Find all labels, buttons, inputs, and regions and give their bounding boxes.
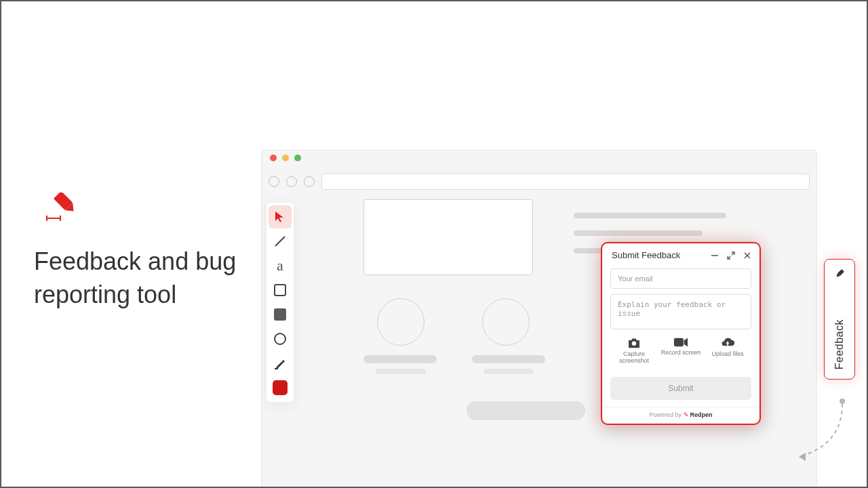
traffic-green-icon (294, 155, 301, 161)
redpen-icon: ✎ (684, 411, 689, 418)
page-title: Feedback and bug reporting tool (34, 245, 251, 311)
color-swatch-icon[interactable] (269, 376, 292, 399)
wireframe-circle (377, 298, 425, 346)
line-icon[interactable] (269, 230, 292, 253)
nav-back-icon (269, 176, 279, 187)
traffic-red-icon (270, 155, 277, 161)
svg-line-6 (275, 237, 285, 246)
svg-marker-5 (275, 211, 283, 222)
record-screen-button[interactable]: Record screen (660, 338, 702, 365)
browser-mock: a Submit Feedba (261, 150, 817, 488)
wireframe-subcaption (376, 369, 426, 374)
wireframe-caption (472, 355, 545, 363)
window-traffic-lights (262, 150, 816, 165)
browser-chrome (262, 165, 816, 198)
capture-screenshot-button[interactable]: Capture screenshot (613, 338, 655, 365)
camera-icon (627, 338, 641, 348)
footer-brand: Redpen (690, 411, 713, 418)
annotation-toolbar: a (266, 202, 294, 403)
wireframe-button-placeholder (467, 401, 585, 420)
wireframe-line (574, 213, 726, 218)
video-icon (673, 338, 688, 347)
wireframe-line (574, 230, 703, 236)
svg-marker-15 (684, 338, 688, 346)
rectangle-fill-icon[interactable] (269, 303, 292, 326)
close-icon[interactable] (743, 251, 751, 260)
minimize-icon[interactable] (711, 251, 719, 260)
feedback-textarea[interactable] (610, 294, 751, 329)
action-label: Upload files (711, 350, 743, 357)
nav-refresh-icon (304, 176, 315, 187)
feedback-widget: Submit Feedback (601, 242, 761, 425)
widget-title: Submit Feedback (612, 250, 711, 260)
text-icon[interactable]: a (269, 254, 292, 277)
cloud-upload-icon (720, 338, 735, 348)
brand-logo (45, 192, 77, 221)
action-label: Record screen (661, 349, 701, 356)
footer-prefix: Powered by (649, 411, 683, 418)
action-label: Capture screenshot (613, 350, 655, 365)
nav-forward-icon (286, 176, 297, 187)
upload-files-button[interactable]: Upload files (707, 338, 749, 365)
address-bar (321, 174, 810, 190)
wireframe-subcaption (484, 369, 534, 374)
circle-outline-icon[interactable] (269, 327, 292, 350)
widget-header: Submit Feedback (602, 243, 760, 264)
expand-icon[interactable] (727, 251, 735, 260)
svg-point-19 (840, 399, 845, 404)
cursor-icon[interactable] (269, 205, 292, 228)
feedback-tab[interactable]: Feedback (824, 259, 855, 380)
wireframe-block (363, 199, 533, 275)
wireframe-caption (363, 355, 437, 363)
page-wireframe: a Submit Feedba (262, 198, 816, 488)
traffic-yellow-icon (282, 155, 289, 161)
email-field[interactable] (610, 268, 751, 289)
svg-point-13 (632, 342, 636, 346)
submit-button[interactable]: Submit (610, 377, 751, 400)
highlighter-icon[interactable] (269, 352, 292, 375)
widget-footer: Powered by ✎Redpen (602, 407, 760, 424)
pen-icon (833, 268, 846, 280)
wireframe-circle (482, 298, 530, 346)
svg-rect-14 (674, 338, 684, 346)
feedback-tab-label: Feedback (833, 319, 846, 369)
rectangle-outline-icon[interactable] (269, 279, 292, 302)
